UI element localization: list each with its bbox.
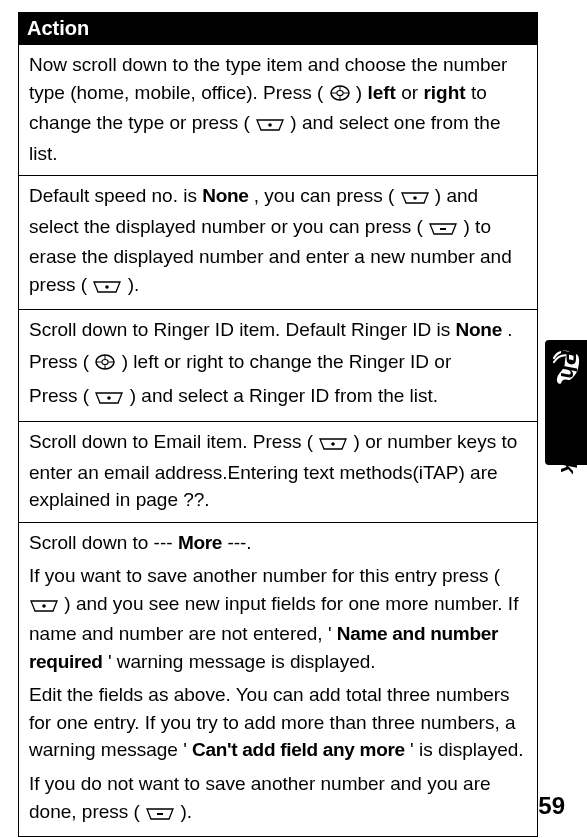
ui-label: None: [202, 185, 248, 206]
nav-circle-icon: [329, 82, 351, 110]
cell: Scroll down to --- More ---. If you want…: [19, 522, 538, 836]
text: Press (: [29, 351, 89, 372]
softkey-bar-icon: [428, 216, 458, 244]
content-area: Action Now scroll down to the type item …: [0, 0, 587, 837]
softkey-dot-icon: [94, 385, 124, 413]
softkey-bar-icon: [145, 801, 175, 829]
page: Action Now scroll down to the type item …: [0, 0, 587, 838]
softkey-dot-icon: [92, 274, 122, 302]
text: Default speed no. is: [29, 185, 202, 206]
svg-point-16: [108, 397, 112, 401]
softkey-dot-icon: [400, 185, 430, 213]
cell: Now scroll down to the type item and cho…: [19, 45, 538, 176]
svg-point-1: [336, 90, 342, 95]
cell: Default speed no. is None , you can pres…: [19, 176, 538, 310]
text: ---.: [227, 532, 251, 553]
text: ) and select a Ringer ID from the list.: [130, 385, 438, 406]
text: Press (: [29, 385, 89, 406]
text: If you want to save another number for t…: [29, 565, 500, 586]
svg-point-9: [106, 285, 110, 289]
text: ' is displayed.: [410, 739, 523, 760]
svg-rect-19: [157, 813, 163, 815]
table-row: Scroll down to --- More ---. If you want…: [19, 522, 538, 836]
table-row: Scroll down to Ringer ID item. Default R…: [19, 310, 538, 422]
text: Scroll down to Email item. Press (: [29, 431, 313, 452]
text: If you do not want to save another numbe…: [29, 773, 491, 822]
text: Scroll down to ---: [29, 532, 173, 553]
nav-circle-icon: [94, 351, 116, 379]
table-row: Now scroll down to the type item and cho…: [19, 45, 538, 176]
page-number: 59: [538, 792, 565, 820]
text-bold: left: [367, 82, 396, 103]
svg-point-7: [413, 196, 417, 200]
svg-point-6: [268, 123, 272, 127]
svg-rect-8: [440, 228, 446, 230]
softkey-dot-icon: [29, 593, 59, 621]
table-row: Default speed no. is None , you can pres…: [19, 176, 538, 310]
softkey-dot-icon: [318, 431, 348, 459]
text: , you can press (: [254, 185, 394, 206]
text: ).: [180, 801, 192, 822]
side-label: Phonebook: [555, 350, 581, 474]
ui-label: Can't add field any more: [192, 739, 405, 760]
text: ).: [128, 274, 140, 295]
cell: Scroll down to Email item. Press ( ) or …: [19, 422, 538, 523]
cell: Scroll down to Ringer ID item. Default R…: [19, 310, 538, 422]
svg-point-18: [42, 604, 46, 608]
svg-point-17: [332, 442, 336, 446]
table-header-action: Action: [19, 13, 538, 45]
action-table: Action Now scroll down to the type item …: [18, 12, 538, 837]
text: ) left or right to change the Ringer ID …: [122, 351, 452, 372]
text-bold: right: [423, 82, 465, 103]
ui-label: None: [456, 319, 502, 340]
text: .: [507, 319, 512, 340]
ui-label: More: [178, 532, 222, 553]
text: ): [356, 82, 368, 103]
text: or: [401, 82, 423, 103]
table-row: Scroll down to Email item. Press ( ) or …: [19, 422, 538, 523]
svg-point-11: [102, 359, 108, 364]
text: Scroll down to Ringer ID item. Default R…: [29, 319, 456, 340]
softkey-dot-icon: [255, 112, 285, 140]
text: ' warning message is displayed.: [108, 651, 376, 672]
